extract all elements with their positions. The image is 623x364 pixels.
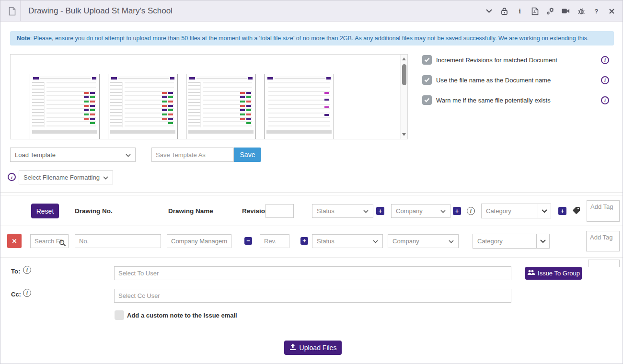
panel-scrollbar[interactable] — [400, 55, 407, 139]
template-thumbnail[interactable]: Notification — [108, 74, 178, 139]
company-value: Company — [392, 238, 419, 245]
info-icon[interactable]: i — [601, 56, 609, 64]
chevron-down-icon — [538, 204, 551, 218]
pdf-export-icon[interactable] — [531, 7, 539, 15]
drawing-no-header: Drawing No. — [75, 207, 113, 215]
load-template-select[interactable]: Load Template — [10, 148, 136, 162]
save-template-input[interactable] — [151, 148, 234, 162]
video-camera-icon[interactable] — [562, 7, 570, 15]
settings-gears-icon[interactable] — [546, 7, 554, 15]
status-value: Status — [317, 207, 335, 215]
upload-files-button[interactable]: Upload Files — [284, 341, 342, 355]
to-info-icon[interactable]: i — [23, 266, 31, 274]
document-icon — [4, 0, 21, 22]
page-title: Drawing - Bulk Upload St Mary's School — [28, 0, 173, 22]
category-select[interactable]: Category — [473, 234, 550, 249]
template-thumbnail[interactable]: Site Wid — [264, 74, 334, 139]
chevron-down-icon — [440, 207, 446, 215]
group-users-icon — [527, 270, 535, 277]
status-value: Status — [317, 238, 335, 245]
note-label: Note — [17, 35, 30, 42]
apply-status-all-button[interactable]: + — [376, 207, 384, 215]
cc-user-input[interactable] — [114, 289, 511, 303]
drawing-no-input[interactable] — [75, 234, 161, 248]
scroll-up-arrow[interactable] — [402, 57, 406, 60]
category-header-select[interactable]: Category — [481, 204, 551, 218]
remove-file-button[interactable]: ✕ — [7, 234, 22, 248]
revision-header: Revision — [242, 207, 269, 215]
template-thumbnail[interactable]: Project — [186, 74, 256, 139]
bulk-upload-dialog: Drawing - Bulk Upload St Mary's School i… — [0, 0, 623, 364]
option-label: Warn me if the same file potentially exi… — [436, 97, 551, 104]
scrollbar-thumb[interactable] — [402, 64, 406, 85]
thumbnail-preview — [110, 76, 175, 129]
custom-note-label: Add a custom note to the issue email — [127, 312, 237, 319]
company-header-select[interactable]: Company — [391, 204, 450, 218]
revision-header-input[interactable] — [265, 204, 294, 218]
add-tag-header-input[interactable] — [587, 200, 620, 222]
option-use-filename: Use the file name as the Document name i — [422, 75, 619, 85]
load-template-value: Load Template — [15, 151, 56, 159]
use-filename-checkbox[interactable] — [422, 75, 432, 85]
upload-icon — [289, 343, 296, 352]
upload-limit-note: Note: Please, ensure you do not attempt … — [10, 31, 614, 46]
row-divider — [0, 226, 623, 226]
decrement-revision-button[interactable]: − — [244, 237, 252, 245]
category-value: Category — [477, 238, 503, 245]
titlebar-actions: i ? — [485, 0, 616, 22]
tag-icon — [572, 206, 581, 216]
search-icon — [59, 239, 66, 249]
revision-input[interactable] — [260, 234, 289, 248]
scroll-down-arrow[interactable] — [402, 133, 406, 136]
save-template-button[interactable]: Save — [234, 148, 261, 162]
add-tag-input-clipped[interactable] — [588, 260, 620, 267]
company-select[interactable]: Company — [388, 234, 459, 248]
apply-category-all-button[interactable]: + — [558, 207, 566, 215]
thumbnail-preview — [32, 76, 97, 129]
chevron-down-icon — [536, 234, 549, 248]
thumbnail-preview — [266, 76, 332, 129]
template-preview-panel: C Notification Project — [10, 54, 408, 139]
reset-button[interactable]: Reset — [31, 204, 59, 218]
note-text: : Please, ensure you do not attempt to u… — [30, 35, 588, 42]
increment-revision-button[interactable]: + — [300, 237, 308, 245]
drawing-name-input[interactable] — [167, 234, 231, 248]
filename-formatting-select[interactable]: Select Filename Formatting — [19, 171, 113, 184]
warn-duplicate-checkbox[interactable] — [422, 95, 432, 105]
cc-label: Cc: — [11, 291, 21, 298]
add-tag-input[interactable] — [586, 231, 620, 251]
option-increment-revisions: Increment Revisions for matched Document… — [422, 55, 619, 65]
drawing-name-header: Drawing Name — [168, 207, 213, 215]
upload-files-label: Upload Files — [300, 344, 337, 352]
status-header-select[interactable]: Status — [312, 204, 373, 218]
issue-to-group-button[interactable]: Issue To Group — [525, 267, 582, 280]
status-select[interactable]: Status — [312, 234, 383, 248]
custom-note-checkbox[interactable] — [115, 310, 124, 320]
category-value: Category — [486, 207, 511, 215]
close-icon[interactable] — [608, 7, 616, 15]
thumbnail-caption: Site Wid — [266, 137, 332, 139]
chevron-down-icon — [373, 238, 378, 245]
thumbnail-caption: Notification — [110, 137, 175, 139]
info-icon[interactable]: i — [516, 7, 524, 15]
chevron-down-icon — [363, 207, 369, 215]
info-icon[interactable]: i — [601, 76, 609, 84]
help-icon[interactable]: ? — [592, 7, 600, 15]
lock-icon[interactable] — [500, 7, 508, 15]
template-thumbnail[interactable]: C — [30, 74, 100, 139]
category-info-icon[interactable]: i — [467, 207, 475, 215]
chevron-down-icon[interactable] — [485, 7, 493, 15]
issue-to-group-label: Issue To Group — [538, 270, 580, 277]
option-warn-duplicate: Warn me if the same file potentially exi… — [422, 95, 619, 105]
section-divider — [0, 195, 623, 195]
filename-formatting-info-icon[interactable]: i — [8, 173, 16, 181]
to-user-input[interactable] — [114, 266, 511, 280]
increment-revisions-checkbox[interactable] — [422, 55, 432, 65]
title-bar: Drawing - Bulk Upload St Mary's School i… — [0, 0, 623, 22]
chevron-down-icon — [449, 238, 454, 245]
info-icon[interactable]: i — [601, 96, 609, 104]
option-label: Increment Revisions for matched Document — [436, 57, 557, 64]
bug-report-icon[interactable] — [577, 7, 585, 15]
apply-company-all-button[interactable]: + — [453, 207, 461, 215]
cc-info-icon[interactable]: i — [23, 289, 31, 297]
